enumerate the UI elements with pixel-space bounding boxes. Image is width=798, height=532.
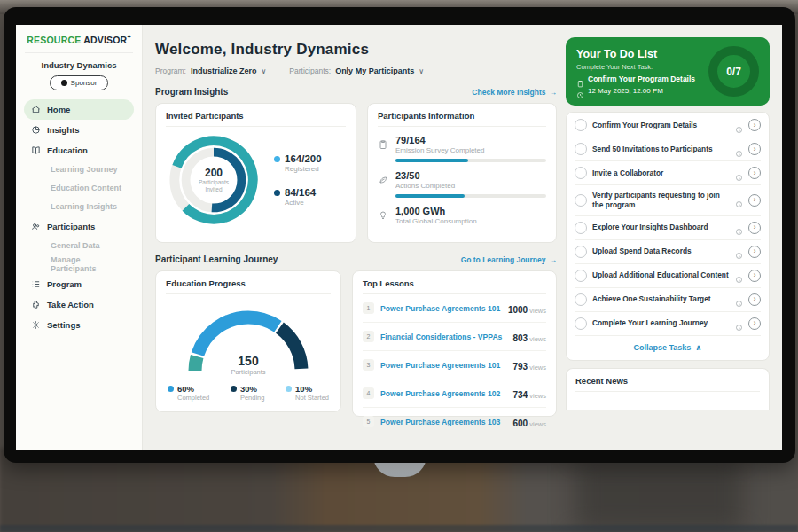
task-row[interactable]: Invite a Collaborator› — [575, 161, 761, 185]
filter-dropdown-0[interactable]: Program:Industrialize Zero∨ — [155, 66, 266, 75]
sidebar-item-education[interactable]: Education — [24, 140, 134, 160]
sidebar-nav: HomeInsightsEducationLearning JourneyEdu… — [16, 99, 142, 335]
sidebar-subitem-general-data[interactable]: General Data — [24, 237, 134, 255]
task-checkbox[interactable] — [575, 194, 587, 207]
leaf-icon — [378, 173, 388, 184]
lesson-link[interactable]: Power Purchase Agreements 101 — [380, 304, 502, 313]
task-open-button[interactable]: › — [748, 246, 761, 258]
app-logo: RESOURCE ADVISOR+ — [16, 34, 142, 45]
todo-task-list: Confirm Your Program Details›Send 50 Inv… — [566, 112, 770, 361]
chevron-up-icon: ∧ — [695, 343, 701, 352]
todo-next-task: Confirm Your Program Details — [588, 74, 695, 83]
check-more-insights-link[interactable]: Check More Insights → — [472, 88, 557, 97]
task-checkbox[interactable] — [575, 293, 587, 306]
task-checkbox[interactable] — [575, 222, 587, 234]
legend-item-active: 84/164Active — [274, 187, 322, 207]
task-row[interactable]: Complete Your Learning Journey› — [575, 312, 761, 336]
clock-icon — [735, 121, 743, 129]
gauge-legend-label: Completed — [177, 394, 209, 402]
gauge-legend-dot-icon — [286, 386, 292, 392]
dashboard-screen: RESOURCE ADVISOR+ Industry Dynamics Spon… — [16, 25, 782, 450]
lesson-views-count: 803 — [512, 333, 528, 343]
task-open-button[interactable]: › — [748, 143, 761, 155]
task-open-button[interactable]: › — [748, 317, 761, 330]
task-row[interactable]: Upload Spend Data Records› — [575, 240, 761, 264]
task-label: Achieve One Sustainability Target — [592, 294, 730, 304]
task-label: Verify participants requesting to join t… — [592, 191, 730, 210]
task-open-button[interactable]: › — [748, 222, 761, 234]
lesson-row[interactable]: 1Power Purchase Agreements 1011000 views — [363, 294, 546, 323]
task-open-button[interactable]: › — [748, 119, 761, 131]
program-insights-title: Program Insights — [155, 87, 228, 97]
sidebar-item-program[interactable]: Program — [24, 274, 134, 294]
task-checkbox[interactable] — [575, 143, 587, 155]
lesson-row[interactable]: 2Financial Considerations - VPPAs803 vie… — [363, 323, 546, 351]
task-row[interactable]: Verify participants requesting to join t… — [575, 185, 761, 216]
lesson-link[interactable]: Power Purchase Agreements 101 — [380, 361, 506, 370]
lesson-link[interactable]: Power Purchase Agreements 102 — [380, 389, 506, 398]
task-row[interactable]: Upload Additional Educational Content› — [575, 264, 761, 288]
logo-resource: RESOURCE — [27, 35, 81, 45]
lesson-row[interactable]: 4Power Purchase Agreements 102734 views — [363, 379, 546, 408]
task-label: Invite a Collaborator — [592, 168, 730, 178]
stat-value: 23/50 — [395, 170, 546, 181]
lesson-rank: 4 — [363, 387, 374, 399]
sponsor-badge[interactable]: Sponsor — [50, 75, 108, 90]
logo-advisor: ADVISOR — [83, 35, 127, 45]
clipboard-icon — [378, 137, 388, 148]
task-row[interactable]: Explore Your Insights Dashboard› — [575, 216, 761, 240]
sidebar-item-settings[interactable]: Settings — [24, 315, 134, 335]
sidebar-subitem-learning-insights[interactable]: Learning Insights — [24, 198, 134, 216]
task-label: Confirm Your Program Details — [592, 121, 730, 130]
sidebar-subitem-education-content[interactable]: Education Content — [24, 179, 134, 198]
sidebar-item-insights[interactable]: Insights — [24, 120, 134, 140]
task-open-button[interactable]: › — [748, 167, 761, 179]
chevron-down-icon: ∨ — [419, 67, 424, 75]
participants-icon — [31, 222, 41, 231]
chevron-down-icon: ∨ — [261, 67, 266, 75]
stat-body: 23/50Actions Completed — [395, 170, 546, 198]
filter-dropdown-1[interactable]: Participants:Only My Participants∨ — [289, 66, 424, 75]
task-checkbox[interactable] — [575, 246, 587, 258]
gauge-legend-value: 60% — [168, 384, 209, 394]
task-checkbox[interactable] — [575, 317, 587, 330]
task-checkbox[interactable] — [575, 167, 587, 179]
sidebar-item-label: Insights — [47, 125, 79, 135]
home-icon — [31, 105, 41, 114]
sidebar-subitem-manage-participants[interactable]: Manage Participants — [24, 255, 134, 274]
lesson-row[interactable]: 3Power Purchase Agreements 101793 views — [363, 351, 546, 379]
top-lessons-card: Top Lessons 1Power Purchase Agreements 1… — [352, 270, 557, 417]
stat-row: 79/164Emission Survey Completed — [378, 135, 546, 162]
clipboard-icon — [576, 75, 584, 83]
arrow-right-icon: → — [550, 255, 558, 264]
lesson-rank: 2 — [363, 331, 374, 342]
lesson-row[interactable]: 5Power Purchase Agreements 103600 views — [363, 408, 546, 435]
clock-icon — [735, 295, 743, 303]
lesson-link[interactable]: Financial Considerations - VPPAs — [380, 332, 506, 341]
sidebar-subitem-learning-journey[interactable]: Learning Journey — [24, 160, 134, 179]
task-checkbox[interactable] — [575, 270, 587, 282]
task-open-button[interactable]: › — [748, 293, 761, 306]
invited-legend: 164/200Registered84/164Active — [274, 153, 322, 207]
sidebar-item-participants[interactable]: Participants — [24, 216, 134, 237]
sidebar-item-take-action[interactable]: Take Action — [24, 294, 134, 315]
gauge-center-label: Participants — [177, 368, 319, 376]
gauge-legend-item-not-started: 10%Not Started — [286, 384, 329, 402]
lesson-views: 793 views — [512, 357, 546, 373]
lesson-rank: 1 — [363, 302, 374, 314]
task-open-button[interactable]: › — [748, 270, 761, 282]
task-open-button[interactable]: › — [748, 194, 761, 207]
recent-news-card: Recent News — [566, 368, 770, 410]
sidebar-item-home[interactable]: Home — [24, 99, 134, 120]
lesson-link[interactable]: Power Purchase Agreements 103 — [380, 418, 506, 426]
go-to-learning-journey-link[interactable]: Go to Learning Journey → — [461, 255, 557, 264]
task-row[interactable]: Send 50 Invitations to Participants› — [575, 137, 761, 161]
task-row[interactable]: Confirm Your Program Details› — [575, 113, 761, 137]
task-checkbox[interactable] — [575, 119, 587, 131]
invited-participants-card: Invited Participants 200 Partic — [155, 103, 356, 243]
task-row[interactable]: Achieve One Sustainability Target› — [575, 288, 761, 312]
legend-label: Active — [285, 199, 322, 207]
collapse-tasks-link[interactable]: Collapse Tasks∧ — [575, 336, 761, 359]
backdrop-shadow — [575, 457, 743, 532]
gauge-legend-value: 30% — [231, 384, 265, 394]
